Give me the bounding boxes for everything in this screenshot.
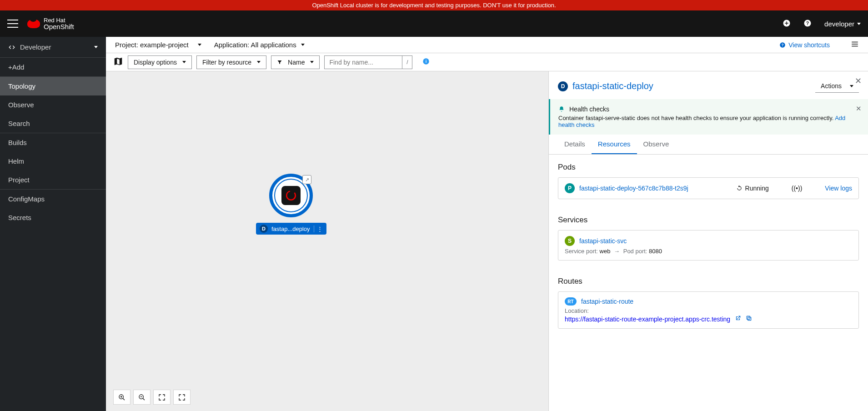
external-link-icon[interactable] [735, 315, 741, 323]
route-url-link[interactable]: https://fastapi-static-route-example-pro… [565, 316, 730, 323]
svg-text:?: ? [806, 20, 809, 25]
actions-dropdown[interactable]: Actions [815, 80, 859, 93]
close-panel-button[interactable]: ✕ [855, 76, 862, 86]
route-name-link[interactable]: fastapi-static-route [581, 298, 852, 305]
help-icon[interactable]: ? [803, 19, 812, 29]
service-port-label: Service port: [565, 248, 598, 255]
pod-row: P fastapi-static-deploy-567c8c7b88-t2s9j… [565, 183, 852, 193]
tab-observe[interactable]: Observe [637, 135, 676, 154]
panel-tabs: Details Resources Observe [549, 135, 868, 155]
project-selector[interactable]: Project: example-project [115, 41, 201, 49]
sidebar-item-helm[interactable]: Helm [0, 152, 106, 170]
plus-circle-icon[interactable] [783, 19, 791, 29]
svg-rect-2 [785, 23, 788, 24]
actions-label: Actions [821, 82, 842, 90]
svg-rect-7 [852, 42, 858, 43]
application-selector[interactable]: Application: All applications [214, 41, 305, 49]
tab-details[interactable]: Details [558, 135, 592, 154]
sidebar-item-add[interactable]: +Add [0, 58, 106, 76]
nav-toggle-button[interactable] [7, 20, 18, 28]
zoom-in-button[interactable] [113, 390, 130, 405]
sidebar-item-observe[interactable]: Observe [0, 95, 106, 114]
perspective-switcher[interactable]: Developer [0, 37, 106, 58]
info-icon[interactable]: i [422, 58, 430, 66]
user-name: developer [824, 20, 854, 28]
health-check-alert: ✕ Health checks Container fastapi-serve-… [549, 99, 868, 135]
view-shortcuts-link[interactable]: ? View shortcuts [779, 41, 830, 49]
project-bar: Project: example-project Application: Al… [106, 37, 868, 53]
caret-down-icon [182, 61, 186, 63]
alert-close-button[interactable]: ✕ [856, 105, 862, 113]
fit-to-screen-button[interactable] [153, 390, 171, 405]
code-icon [8, 44, 15, 51]
copy-icon[interactable] [746, 315, 752, 323]
service-name-link[interactable]: fastapi-static-svc [579, 237, 852, 245]
svg-line-14 [123, 398, 125, 400]
zoom-out-button[interactable] [133, 390, 151, 405]
bell-icon [558, 106, 565, 112]
svg-rect-20 [748, 317, 751, 321]
pod-name-link[interactable]: fastapi-static-deploy-567c8c7b88-t2s9j [579, 185, 732, 192]
node-label[interactable]: D fastap...deploy ⋮ [256, 223, 326, 235]
svg-text:i: i [426, 59, 427, 64]
view-logs-link[interactable]: View logs [825, 185, 852, 192]
sidebar-item-builds[interactable]: Builds [0, 133, 106, 152]
keyboard-shortcut-hint: / [402, 55, 412, 69]
route-location-label: Location: [565, 307, 852, 314]
name-filter-dropdown[interactable]: Name [271, 55, 320, 69]
sidebar-item-configmaps[interactable]: ConfigMaps [0, 190, 106, 208]
filter-resource-dropdown[interactable]: Filter by resource [196, 55, 266, 69]
services-section: Services S fastapi-static-svc Service po… [549, 207, 868, 269]
sidebar-item-topology[interactable]: Topology [0, 77, 106, 95]
brand-logo: Red Hat OpenShift [27, 17, 74, 30]
sidebar: Developer +Add Topology Observe Search B… [0, 37, 106, 411]
caret-down-icon [850, 85, 853, 87]
services-heading: Services [558, 216, 859, 225]
pod-status: Running [736, 185, 769, 192]
service-port-name: web [600, 248, 611, 255]
openshift-icon [281, 186, 301, 205]
filter-icon [277, 60, 282, 65]
caret-down-icon [94, 46, 98, 48]
topology-canvas[interactable]: ↗ D fastap...deploy ⋮ [106, 71, 548, 411]
node-pod-ring[interactable]: ↗ [269, 174, 313, 217]
sidebar-item-search[interactable]: Search [0, 114, 106, 133]
shortcuts-label: View shortcuts [788, 41, 830, 49]
redhat-hat-icon [27, 19, 40, 28]
perspective-label: Developer [20, 43, 51, 51]
caret-down-icon [310, 61, 314, 63]
resource-title[interactable]: fastapi-static-deploy [572, 81, 653, 91]
tab-resources[interactable]: Resources [592, 135, 637, 154]
display-options-dropdown[interactable]: Display options [128, 55, 192, 69]
topology-map-icon[interactable] [113, 56, 123, 68]
sidebar-item-project[interactable]: Project [0, 170, 106, 189]
route-badge: RT [565, 297, 577, 306]
caret-down-icon [857, 23, 861, 25]
caret-down-icon [301, 44, 305, 46]
pod-badge: P [565, 183, 575, 193]
svg-line-18 [143, 398, 145, 400]
list-view-button[interactable] [851, 40, 859, 50]
topology-node[interactable]: ↗ D fastap...deploy ⋮ [256, 174, 326, 235]
sidebar-item-secrets[interactable]: Secrets [0, 208, 106, 227]
svg-rect-21 [747, 316, 750, 319]
open-url-icon[interactable]: ↗ [302, 175, 311, 184]
project-label: Project: example-project [115, 41, 189, 49]
pod-port-label: Pod port: [623, 248, 647, 255]
brand-line2: OpenShift [44, 23, 74, 30]
service-badge: S [565, 236, 575, 246]
caret-down-icon [198, 44, 201, 46]
application-label: Application: All applications [214, 41, 296, 49]
user-menu[interactable]: developer [824, 20, 861, 28]
find-by-name-input[interactable] [324, 55, 402, 69]
node-kebab-menu[interactable]: ⋮ [314, 226, 323, 232]
dev-banner: OpenShift Local cluster is for developme… [0, 0, 868, 10]
node-label-text: fastap...deploy [271, 226, 310, 232]
zoom-controls [113, 390, 191, 405]
deployment-badge: D [558, 81, 568, 91]
routes-heading: Routes [558, 277, 859, 286]
sync-icon [736, 185, 743, 191]
reset-view-button[interactable] [173, 390, 191, 405]
routes-section: Routes RT fastapi-static-route Location:… [549, 269, 868, 337]
alert-body-text: Container fastapi-serve-static does not … [558, 115, 835, 121]
